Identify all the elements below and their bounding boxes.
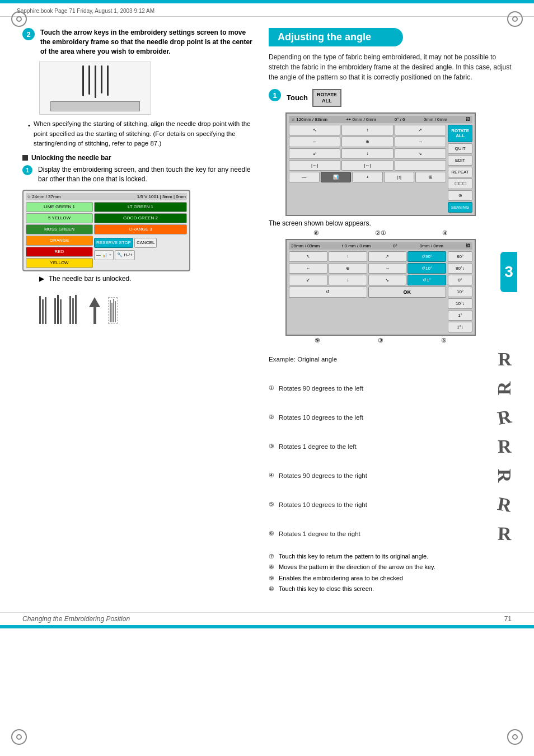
section-heading: Adjusting the angle: [269, 28, 403, 46]
rotate-all-button[interactable]: ROTATEALL: [312, 89, 341, 107]
page-header: Sapphire.book Page 71 Friday, August 1, …: [0, 3, 534, 17]
embroidery-machine-image: [39, 62, 151, 115]
annotation-8: ⑧ Moves the pattern in the direction of …: [269, 563, 517, 571]
right-step-1-row: 1 Touch ROTATEALL: [269, 89, 517, 107]
annotation-10: ⑩ Touch this key to close this screen.: [269, 585, 517, 593]
right-step-1-circle: 1: [269, 89, 281, 101]
step-2-circle: 2: [22, 28, 35, 40]
chapter-tab: 3: [500, 252, 517, 292]
example-original: Example: Original angle R: [269, 349, 517, 370]
example-3: ③ Rotates 1 degree to the left R: [269, 436, 517, 457]
bullet-list: • When specifying the starting of stitch…: [28, 119, 257, 148]
unlocking-label: Unlocking the needle bar: [22, 154, 257, 162]
footer-italic-text: Changing the Embroidering Position: [22, 615, 130, 623]
left-column: 2 Touch the arrow keys in the embroidery…: [22, 28, 257, 595]
corner-decoration-bl: [11, 729, 27, 745]
example-4: ④ Rotates 90 degrees to the right R: [269, 465, 517, 486]
page-number: 71: [504, 615, 512, 623]
annotation-7: ⑦ Touch this key to return the pattern t…: [269, 552, 517, 561]
needle-bar-screen-ui: ☆ 24mm / 37mm 1/5 V 1001 | 3mm | 0mm LIM…: [22, 190, 190, 271]
corner-decoration-tl: [11, 11, 27, 27]
first-screen-ui: ☆ 126mm / 83mm ++ 0mm / 0mm 0° / 6 0mm /…: [285, 112, 476, 216]
example-1: ① Rotates 90 degrees to the left R: [269, 378, 517, 399]
rotation-examples: Example: Original angle R ① Rotates 90 d…: [269, 349, 517, 544]
square-bullet-icon: [22, 155, 28, 161]
step-2-row: 2 Touch the arrow keys in the embroidery…: [22, 28, 257, 56]
screen-shown-below-text: The screen shown below appears.: [269, 219, 517, 227]
unlocking-step-1-text: Display the embroidering screen, and the…: [38, 165, 257, 184]
touch-label: Touch: [287, 93, 308, 102]
unlocking-step-1-circle: 1: [22, 165, 32, 175]
unlocking-step-1-row: 1 Display the embroidering screen, and t…: [22, 165, 257, 184]
corner-decoration-br: [507, 729, 523, 745]
bullet-item-1: • When specifying the starting of stitch…: [28, 119, 257, 148]
example-2: ② Rotates 10 degrees to the left R: [269, 407, 517, 428]
unlocked-indicator: ▶ The needle bar is unlocked.: [39, 275, 257, 283]
right-column: 3 Adjusting the angle Depending on the t…: [269, 28, 517, 595]
example-5: ⑤ Rotates 10 degrees to the right R: [269, 494, 517, 515]
step-2-text: Touch the arrow keys in the embroidery s…: [40, 28, 257, 56]
screen-callout-labels-top: ⑧ ②① ④: [285, 229, 476, 237]
intro-text: Depending on the type of fabric being em…: [269, 52, 517, 82]
annotations-section: ⑦ Touch this key to return the pattern t…: [269, 552, 517, 594]
bottom-cyan-bar: [0, 625, 534, 628]
second-screen-ui: 28mm / 03mm t 0 mm / 0 mm 0° 0mm / 0mm 🖼…: [285, 239, 476, 336]
example-6: ⑥ Rotates 1 degree to the right R: [269, 523, 517, 544]
needles-unlocked-image: [39, 285, 196, 330]
header-filename: Sapphire.book Page 71 Friday, August 1, …: [17, 8, 154, 14]
page-footer: Changing the Embroidering Position 71: [0, 612, 534, 625]
annotation-9: ⑨ Enables the embroidering area to be ch…: [269, 574, 517, 583]
corner-decoration-tr: [507, 11, 523, 27]
screen-callout-labels-bottom: ⑨ ③ ⑥: [285, 337, 476, 344]
